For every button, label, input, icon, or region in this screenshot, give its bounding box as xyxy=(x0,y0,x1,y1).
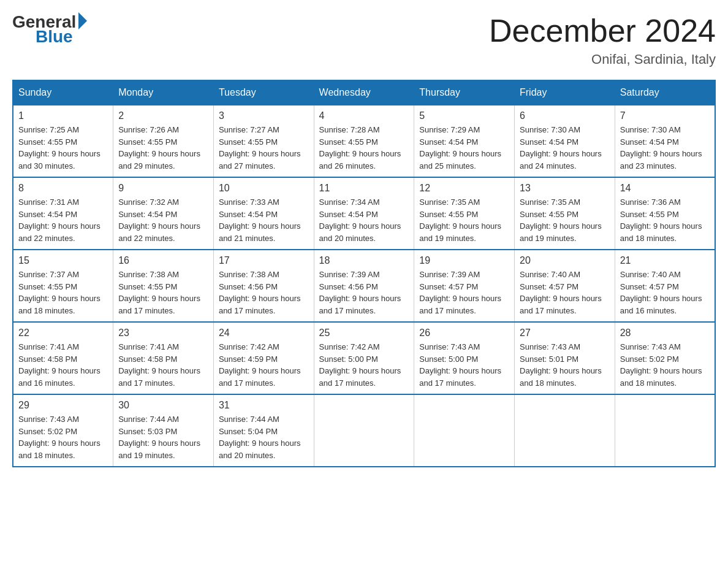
day-info: Sunrise: 7:39 AM Sunset: 4:57 PM Dayligh… xyxy=(419,269,509,316)
day-info: Sunrise: 7:43 AM Sunset: 5:02 PM Dayligh… xyxy=(18,413,108,461)
day-number: 9 xyxy=(118,183,208,194)
calendar-day-2: 2 Sunrise: 7:26 AM Sunset: 4:55 PM Dayli… xyxy=(113,105,214,177)
location-subtitle: Onifai, Sardinia, Italy xyxy=(489,52,716,67)
day-number: 27 xyxy=(520,327,610,339)
day-info: Sunrise: 7:43 AM Sunset: 5:02 PM Dayligh… xyxy=(620,341,710,389)
calendar-day-22: 22 Sunrise: 7:41 AM Sunset: 4:58 PM Dayl… xyxy=(13,322,113,394)
col-tuesday: Tuesday xyxy=(213,80,314,105)
col-saturday: Saturday xyxy=(615,80,715,105)
day-number: 14 xyxy=(620,183,710,194)
calendar-day-13: 13 Sunrise: 7:35 AM Sunset: 4:55 PM Dayl… xyxy=(515,177,615,250)
day-info: Sunrise: 7:26 AM Sunset: 4:55 PM Dayligh… xyxy=(118,124,208,172)
calendar-day-5: 5 Sunrise: 7:29 AM Sunset: 4:54 PM Dayli… xyxy=(414,105,515,177)
calendar-day-12: 12 Sunrise: 7:35 AM Sunset: 4:55 PM Dayl… xyxy=(414,177,515,250)
calendar-week-3: 15 Sunrise: 7:37 AM Sunset: 4:55 PM Dayl… xyxy=(13,250,715,322)
col-sunday: Sunday xyxy=(13,80,113,105)
day-info: Sunrise: 7:39 AM Sunset: 4:56 PM Dayligh… xyxy=(319,269,409,316)
day-info: Sunrise: 7:33 AM Sunset: 4:54 PM Dayligh… xyxy=(219,196,309,244)
day-info: Sunrise: 7:25 AM Sunset: 4:55 PM Dayligh… xyxy=(18,124,108,172)
day-info: Sunrise: 7:43 AM Sunset: 5:01 PM Dayligh… xyxy=(520,341,610,389)
calendar-day-31: 31 Sunrise: 7:44 AM Sunset: 5:04 PM Dayl… xyxy=(213,394,314,467)
day-info: Sunrise: 7:44 AM Sunset: 5:03 PM Dayligh… xyxy=(118,413,208,461)
calendar-empty-4-4 xyxy=(414,394,515,467)
logo: General Blue xyxy=(12,12,88,47)
day-info: Sunrise: 7:38 AM Sunset: 4:55 PM Dayligh… xyxy=(118,269,208,316)
day-number: 11 xyxy=(319,183,409,194)
col-wednesday: Wednesday xyxy=(314,80,414,105)
calendar-day-4: 4 Sunrise: 7:28 AM Sunset: 4:55 PM Dayli… xyxy=(314,105,414,177)
day-number: 25 xyxy=(319,327,409,339)
day-number: 15 xyxy=(18,255,108,266)
day-info: Sunrise: 7:30 AM Sunset: 4:54 PM Dayligh… xyxy=(520,124,610,172)
calendar-day-28: 28 Sunrise: 7:43 AM Sunset: 5:02 PM Dayl… xyxy=(615,322,715,394)
calendar-day-14: 14 Sunrise: 7:36 AM Sunset: 4:55 PM Dayl… xyxy=(615,177,715,250)
calendar-day-21: 21 Sunrise: 7:40 AM Sunset: 4:57 PM Dayl… xyxy=(615,250,715,322)
day-info: Sunrise: 7:38 AM Sunset: 4:56 PM Dayligh… xyxy=(219,269,309,316)
calendar-day-18: 18 Sunrise: 7:39 AM Sunset: 4:56 PM Dayl… xyxy=(314,250,414,322)
calendar-day-7: 7 Sunrise: 7:30 AM Sunset: 4:54 PM Dayli… xyxy=(615,105,715,177)
calendar-empty-4-3 xyxy=(314,394,414,467)
day-info: Sunrise: 7:29 AM Sunset: 4:54 PM Dayligh… xyxy=(419,124,509,172)
day-info: Sunrise: 7:32 AM Sunset: 4:54 PM Dayligh… xyxy=(118,196,208,244)
day-number: 3 xyxy=(219,110,309,121)
calendar-week-5: 29 Sunrise: 7:43 AM Sunset: 5:02 PM Dayl… xyxy=(13,394,715,467)
day-info: Sunrise: 7:35 AM Sunset: 4:55 PM Dayligh… xyxy=(520,196,610,244)
day-number: 5 xyxy=(419,110,509,121)
day-number: 1 xyxy=(18,110,108,121)
day-number: 31 xyxy=(219,400,309,411)
day-number: 17 xyxy=(219,255,309,266)
calendar-empty-4-6 xyxy=(615,394,715,467)
day-info: Sunrise: 7:42 AM Sunset: 4:59 PM Dayligh… xyxy=(219,341,309,389)
calendar-day-9: 9 Sunrise: 7:32 AM Sunset: 4:54 PM Dayli… xyxy=(113,177,214,250)
day-number: 18 xyxy=(319,255,409,266)
calendar-day-20: 20 Sunrise: 7:40 AM Sunset: 4:57 PM Dayl… xyxy=(515,250,615,322)
calendar-empty-4-5 xyxy=(515,394,615,467)
calendar-day-25: 25 Sunrise: 7:42 AM Sunset: 5:00 PM Dayl… xyxy=(314,322,414,394)
day-number: 10 xyxy=(219,183,309,194)
calendar-day-17: 17 Sunrise: 7:38 AM Sunset: 4:56 PM Dayl… xyxy=(213,250,314,322)
day-info: Sunrise: 7:41 AM Sunset: 4:58 PM Dayligh… xyxy=(18,341,108,389)
calendar-day-23: 23 Sunrise: 7:41 AM Sunset: 4:58 PM Dayl… xyxy=(113,322,214,394)
calendar-day-1: 1 Sunrise: 7:25 AM Sunset: 4:55 PM Dayli… xyxy=(13,105,113,177)
day-number: 4 xyxy=(319,110,409,121)
day-info: Sunrise: 7:44 AM Sunset: 5:04 PM Dayligh… xyxy=(219,413,309,461)
day-number: 13 xyxy=(520,183,610,194)
day-number: 16 xyxy=(118,255,208,266)
calendar-table: Sunday Monday Tuesday Wednesday Thursday… xyxy=(12,80,716,467)
day-number: 22 xyxy=(18,327,108,339)
calendar-day-26: 26 Sunrise: 7:43 AM Sunset: 5:00 PM Dayl… xyxy=(414,322,515,394)
page-header: General Blue December 2024 Onifai, Sardi… xyxy=(12,12,716,67)
calendar-day-16: 16 Sunrise: 7:38 AM Sunset: 4:55 PM Dayl… xyxy=(113,250,214,322)
day-number: 12 xyxy=(419,183,509,194)
calendar-day-10: 10 Sunrise: 7:33 AM Sunset: 4:54 PM Dayl… xyxy=(213,177,314,250)
logo-triangle-icon xyxy=(78,12,87,29)
day-info: Sunrise: 7:43 AM Sunset: 5:00 PM Dayligh… xyxy=(419,341,509,389)
day-number: 28 xyxy=(620,327,710,339)
day-info: Sunrise: 7:40 AM Sunset: 4:57 PM Dayligh… xyxy=(620,269,710,316)
col-monday: Monday xyxy=(113,80,214,105)
month-title: December 2024 xyxy=(489,12,716,49)
day-number: 6 xyxy=(520,110,610,121)
calendar-header-row: Sunday Monday Tuesday Wednesday Thursday… xyxy=(13,80,715,105)
day-number: 20 xyxy=(520,255,610,266)
day-info: Sunrise: 7:36 AM Sunset: 4:55 PM Dayligh… xyxy=(620,196,710,244)
calendar-day-27: 27 Sunrise: 7:43 AM Sunset: 5:01 PM Dayl… xyxy=(515,322,615,394)
day-info: Sunrise: 7:41 AM Sunset: 4:58 PM Dayligh… xyxy=(118,341,208,389)
logo-blue-text: Blue xyxy=(36,27,73,47)
day-number: 7 xyxy=(620,110,710,121)
day-number: 26 xyxy=(419,327,509,339)
calendar-day-19: 19 Sunrise: 7:39 AM Sunset: 4:57 PM Dayl… xyxy=(414,250,515,322)
col-friday: Friday xyxy=(515,80,615,105)
day-number: 8 xyxy=(18,183,108,194)
calendar-week-4: 22 Sunrise: 7:41 AM Sunset: 4:58 PM Dayl… xyxy=(13,322,715,394)
day-number: 30 xyxy=(118,400,208,411)
calendar-day-24: 24 Sunrise: 7:42 AM Sunset: 4:59 PM Dayl… xyxy=(213,322,314,394)
day-number: 29 xyxy=(18,400,108,411)
day-info: Sunrise: 7:40 AM Sunset: 4:57 PM Dayligh… xyxy=(520,269,610,316)
day-info: Sunrise: 7:34 AM Sunset: 4:54 PM Dayligh… xyxy=(319,196,409,244)
day-number: 21 xyxy=(620,255,710,266)
calendar-day-8: 8 Sunrise: 7:31 AM Sunset: 4:54 PM Dayli… xyxy=(13,177,113,250)
day-number: 19 xyxy=(419,255,509,266)
day-info: Sunrise: 7:35 AM Sunset: 4:55 PM Dayligh… xyxy=(419,196,509,244)
day-number: 23 xyxy=(118,327,208,339)
